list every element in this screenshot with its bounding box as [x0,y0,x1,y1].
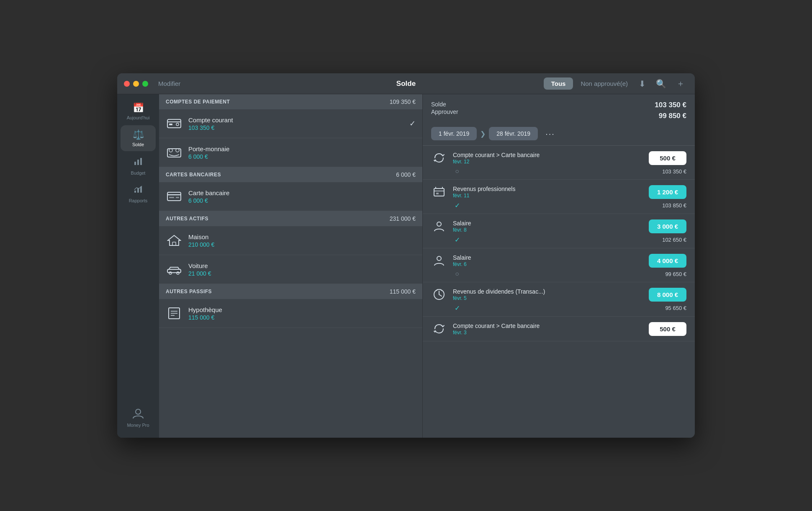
voiture-balance: 21 000 € [188,270,211,277]
section-cartes-total: 6 000 € [396,171,416,178]
transaction-item-tx5[interactable]: Revenus de dividendes (Transac...) févr.… [423,282,695,317]
filter-nonapprouve-button[interactable]: Non approuvé(e) [576,77,632,90]
section-cartes-title: CARTES BANCAIRES [166,172,221,178]
section-actifs-total: 231 000 € [390,215,416,222]
account-item-hypotheque[interactable]: Hypothèque 115 000 € [159,299,422,328]
tx4-amount-button[interactable]: 4 000 € [649,254,686,268]
account-item-porte-monnaie[interactable]: Porte-monnaie 6 000 € [159,138,422,167]
transaction-item-tx4[interactable]: Salaire févr. 6 4 000 € ○ 99 650 € [423,248,695,282]
tx4-title: Salaire [453,254,643,261]
transactions-list: Compte courant > Carte bancaire févr. 12… [423,146,695,438]
date-start-button[interactable]: 1 févr. 2019 [431,127,477,140]
tx5-info: Revenus de dividendes (Transac...) févr.… [453,288,643,301]
tx3-running-balance: 102 650 € [662,237,686,243]
tx5-amount-button[interactable]: 8 000 € [649,288,686,302]
hypotheque-balance: 115 000 € [188,314,222,321]
svg-rect-2 [140,158,142,165]
svg-rect-0 [134,162,136,165]
account-item-voiture[interactable]: Voiture 21 000 € [159,255,422,284]
tx1-status-icon: ○ [453,168,461,175]
right-panel: Solde Approuver 103 350 € 99 850 € 1 fév… [423,94,695,438]
approuver-label: Approuver [431,108,458,115]
download-icon[interactable]: ⬇ [635,77,649,90]
filter-tous-button[interactable]: Tous [544,77,573,90]
svg-rect-16 [169,197,174,198]
hypotheque-icon [166,305,182,322]
tx6-amount-button[interactable]: 500 € [649,322,686,336]
carte-bancaire-balance: 6 000 € [188,197,229,204]
svg-rect-18 [172,242,176,245]
tx1-amount-button[interactable]: 500 € [649,151,686,165]
modifier-button[interactable]: Modifier [158,80,180,87]
svg-rect-4 [137,188,139,193]
tx4-running-balance: 99 650 € [665,271,686,277]
main-content: 📅 Aujourd'hui ⚖️ Solde Budget [117,94,695,438]
account-item-maison[interactable]: Maison 210 000 € [159,226,422,255]
transaction-item-tx3[interactable]: Salaire févr. 8 3 000 € ✓ 102 650 € [423,214,695,248]
maximize-button[interactable] [142,81,148,87]
tx2-amount-button[interactable]: 1 200 € [649,185,686,199]
tx3-amount-button[interactable]: 3 000 € [649,219,686,233]
section-passifs-total: 115 000 € [390,288,416,295]
section-comptes-paiement-total: 109 350 € [390,98,416,105]
section-actifs-header: AUTRES ACTIFS 231 000 € [159,211,422,226]
tx6-date: févr. 3 [453,330,643,336]
transaction-item-tx1[interactable]: Compte courant > Carte bancaire févr. 12… [423,146,695,180]
tx1-top: Compte courant > Carte bancaire févr. 12… [431,150,686,166]
tx1-title: Compte courant > Carte bancaire [453,152,643,158]
transaction-item-tx6[interactable]: Compte courant > Carte bancaire févr. 3 … [423,317,695,341]
svg-rect-14 [167,192,181,201]
close-button[interactable] [124,81,130,87]
tx1-info: Compte courant > Carte bancaire févr. 12 [453,152,643,165]
sidebar-label-budget: Budget [131,170,146,175]
approuver-amount: 99 850 € [659,112,686,120]
tx5-status-icon: ✓ [453,304,461,312]
tx2-running-balance: 103 850 € [662,202,686,209]
minimize-button[interactable] [133,81,139,87]
tx5-running-balance: 95 650 € [665,305,686,311]
section-comptes-paiement-title: COMPTES DE PAIEMENT [166,99,230,105]
compte-courant-icon [166,115,182,132]
maison-icon [166,232,182,249]
tx5-top: Revenus de dividendes (Transac...) févr.… [431,286,686,302]
tx2-title: Revenus professionnels [453,186,643,192]
tx6-icon [431,321,447,337]
sidebar-item-solde[interactable]: ⚖️ Solde [121,125,156,151]
traffic-lights [124,81,148,87]
sidebar-item-rapports[interactable]: Rapports [117,180,159,207]
tx3-bottom: ✓ 102 650 € [431,236,686,244]
date-more-button[interactable]: ··· [541,127,559,140]
section-cartes-header: CARTES BANCAIRES 6 000 € [159,167,422,182]
voiture-info: Voiture 21 000 € [188,262,211,277]
svg-point-13 [176,149,179,152]
svg-point-10 [176,123,179,126]
tx6-top: Compte courant > Carte bancaire févr. 3 … [431,321,686,337]
svg-rect-9 [169,124,172,125]
section-passifs-header: AUTRES PASSIFS 115 000 € [159,284,422,299]
section-actifs-title: AUTRES ACTIFS [166,216,208,222]
tx1-date: févr. 12 [453,159,643,165]
transaction-item-tx2[interactable]: Revenus professionnels févr. 11 1 200 € … [423,180,695,214]
date-start-label: 1 févr. 2019 [439,130,469,137]
sidebar-item-aujourdhui[interactable]: 📅 Aujourd'hui [117,98,159,124]
account-item-compte-courant[interactable]: Compte courant 103 350 € ✓ [159,109,422,138]
porte-monnaie-name: Porte-monnaie [188,145,229,152]
tx3-top: Salaire févr. 8 3 000 € [431,218,686,234]
add-icon[interactable]: ＋ [673,76,688,91]
porte-monnaie-balance: 6 000 € [188,153,229,160]
tx2-date: févr. 11 [453,193,643,199]
tx4-icon [431,253,447,268]
search-icon[interactable]: 🔍 [653,77,670,90]
svg-point-28 [437,222,441,226]
right-panel-header: Solde Approuver 103 350 € 99 850 € [423,94,695,124]
svg-rect-26 [434,188,444,196]
voiture-icon [166,261,182,278]
compte-courant-name: Compte courant [188,116,233,124]
svg-rect-7 [167,119,181,128]
date-end-button[interactable]: 28 févr. 2019 [489,127,538,140]
sidebar-item-moneypro[interactable]: Money Pro [127,403,149,431]
balance-amounts: 103 350 € 99 850 € [655,101,686,120]
tx2-top: Revenus professionnels févr. 11 1 200 € [431,184,686,200]
account-item-carte-bancaire[interactable]: Carte bancaire 6 000 € [159,182,422,211]
sidebar-item-budget[interactable]: Budget [117,152,159,180]
